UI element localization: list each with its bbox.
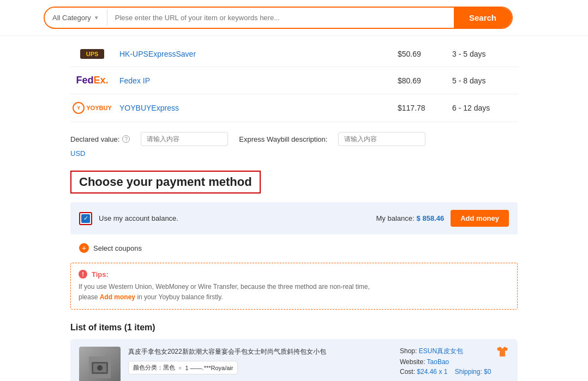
shipping-value: Shipping: $0: [455, 368, 491, 376]
items-section: List of items (1 item) 真皮手拿包女2022新款潮大容量宴…: [70, 323, 518, 381]
tshirt-icon: [496, 346, 509, 361]
shop-name: ESUN真皮女包: [419, 347, 463, 355]
cost-value: $24.46 x 1: [417, 368, 447, 376]
item-variant: 颜色分类：黑色 × 1 ——.***Roya/air: [128, 361, 238, 374]
ups-logo: UPS: [80, 49, 104, 59]
checkmark-icon: ✓: [83, 215, 88, 222]
ups-service-name: HK-UPSExpressSaver: [119, 50, 398, 58]
shipping-options: UPS HK-UPSExpressSaver $50.69 3 - 5 days…: [70, 41, 518, 122]
tips-text: If you use Western Union, WebMoney or Wi…: [79, 282, 509, 303]
header: All Category ▼ Search: [0, 0, 588, 36]
tips-header: ! Tips:: [79, 270, 509, 279]
search-input[interactable]: [107, 9, 454, 26]
item-card: 真皮手拿包女2022新款潮大容量宴会手包女士时尚气质斜挎包女小包 颜色分类：黑色…: [70, 339, 518, 381]
search-container: All Category ▼ Search: [44, 7, 513, 29]
variant-remove-icon[interactable]: ×: [178, 365, 182, 371]
item-right-row: Shop: ESUN真皮女包 Website: TaoBao Cost: $24…: [400, 347, 509, 376]
balance-display: My balance: $ 858.46: [376, 214, 445, 222]
item-image: [79, 347, 121, 381]
balance-label: My balance:: [376, 214, 415, 222]
help-icon[interactable]: ?: [122, 135, 130, 143]
items-title: List of items (1 item): [70, 323, 518, 332]
tips-box: ! Tips: If you use Western Union, WebMon…: [70, 263, 518, 310]
shipping-row-yoybuy: Y YOYBUY YOYBUYExpress $117.78 6 - 12 da…: [70, 94, 518, 122]
ups-logo-container: UPS: [70, 49, 114, 59]
tips-text-after: in your Yoybuy balance firstly.: [135, 293, 223, 301]
balance-amount: $ 858.46: [417, 214, 445, 222]
ups-price: $50.69: [398, 50, 452, 58]
fedex-logo-container: FedEx.: [70, 75, 114, 86]
coupons-row: + Select coupons: [70, 238, 518, 258]
item-title: 真皮手拿包女2022新款潮大容量宴会手包女士时尚气质斜挎包女小包: [128, 347, 392, 356]
declared-label-text: Declared value:: [70, 135, 119, 143]
ups-days: 3 - 5 days: [452, 50, 518, 58]
waybill-input[interactable]: [338, 132, 425, 146]
main-content: UPS HK-UPSExpressSaver $50.69 3 - 5 days…: [59, 36, 529, 381]
category-dropdown[interactable]: All Category ▼: [45, 9, 107, 26]
payment-option-balance-row: ✓ Use my account balance. My balance: $ …: [70, 202, 518, 234]
fedex-days: 5 - 8 days: [452, 76, 518, 85]
tips-warning-icon: !: [79, 270, 87, 279]
yoybuy-text: YOYBUY: [86, 105, 111, 111]
yoybuy-logo: Y YOYBUY: [73, 102, 111, 114]
add-money-link[interactable]: Add money: [100, 293, 135, 301]
category-label: All Category: [52, 14, 91, 22]
variant-color-label: 颜色分类：黑色: [133, 364, 175, 372]
website-name: TaoBao: [427, 358, 449, 366]
item-info-block: Shop: ESUN真皮女包 Website: TaoBao Cost: $24…: [400, 347, 491, 376]
yoybuy-logo-container: Y YOYBUY: [70, 102, 114, 114]
tips-title: Tips:: [92, 270, 109, 279]
fedex-service-name: Fedex IP: [119, 76, 398, 85]
website-info: Website: TaoBao: [400, 358, 491, 366]
item-right: Shop: ESUN真皮女包 Website: TaoBao Cost: $24…: [400, 347, 509, 376]
currency-label: USD: [70, 149, 518, 158]
item-details: 真皮手拿包女2022新款潮大容量宴会手包女士时尚气质斜挎包女小包 颜色分类：黑色…: [128, 347, 392, 374]
shipping-row-fedex: FedEx. Fedex IP $80.69 5 - 8 days: [70, 67, 518, 94]
plus-icon[interactable]: +: [79, 243, 89, 253]
shipping-row-ups: UPS HK-UPSExpressSaver $50.69 3 - 5 days: [70, 41, 518, 67]
fedex-logo: FedEx.: [76, 75, 108, 86]
cost-info: Cost: $24.46 x 1 Shipping: $0: [400, 368, 491, 376]
yoybuy-icon: Y: [73, 102, 85, 114]
coupons-label[interactable]: Select coupons: [93, 244, 142, 252]
fedex-price: $80.69: [398, 76, 452, 85]
declared-label: Declared value: ?: [70, 135, 130, 143]
waybill-label: Express Waybill description:: [239, 135, 327, 143]
dropdown-arrow: ▼: [94, 15, 99, 21]
item-image-placeholder-bg: [79, 347, 121, 381]
balance-checkbox: ✓: [81, 214, 90, 223]
declared-value-input[interactable]: [141, 132, 228, 146]
balance-checkbox-wrapper[interactable]: ✓: [79, 212, 92, 225]
yoybuy-days: 6 - 12 days: [452, 104, 518, 112]
payment-title: Choose your payment method: [70, 171, 261, 193]
balance-option-label: Use my account balance.: [99, 214, 370, 222]
add-money-button[interactable]: Add money: [451, 210, 509, 227]
yoybuy-price: $117.78: [398, 104, 452, 112]
svg-point-3: [97, 365, 103, 371]
search-button[interactable]: Search: [454, 8, 512, 28]
shop-info: Shop: ESUN真皮女包: [400, 347, 491, 356]
yoybuy-service-name: YOYBUYExpress: [119, 104, 398, 112]
payment-section: Choose your payment method ✓ Use my acco…: [70, 171, 518, 310]
declared-section: Declared value: ? Express Waybill descri…: [70, 132, 518, 146]
variant-size-label: 1 ——.***Roya/air: [185, 365, 233, 371]
